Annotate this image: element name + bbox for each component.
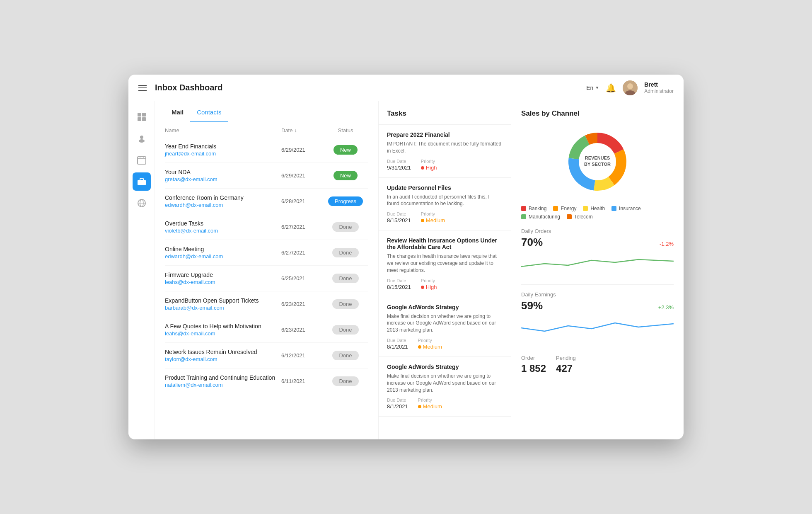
sidebar-item-briefcase[interactable]: [133, 172, 151, 191]
task-item[interactable]: Google AdWords Strategy Make final decis…: [379, 357, 511, 417]
daily-orders-value: 70%: [521, 236, 543, 249]
mail-subject: Network Issues Remain Unresolved: [165, 349, 281, 355]
status-badge: Done: [332, 325, 358, 335]
sidebar-item-dashboard[interactable]: [133, 108, 151, 126]
language-selector[interactable]: En ▼: [586, 85, 599, 91]
mail-email[interactable]: barbarab@dx-email.com: [165, 305, 281, 311]
legend-label: Energy: [561, 206, 576, 211]
daily-orders-label: Daily Orders: [521, 228, 674, 234]
user-info: Brett Administrator: [644, 81, 674, 94]
mail-date: 6/25/2021: [281, 275, 323, 281]
mail-email[interactable]: nataliem@dx-email.com: [165, 382, 281, 388]
mail-subject: A Few Quotes to Help with Motivation: [165, 323, 281, 330]
mail-row[interactable]: Year End Financials jheart@dx-email.com …: [165, 137, 368, 163]
mail-email[interactable]: edwardh@dx-email.com: [165, 202, 281, 208]
table-header: Name Date ↓ Status: [165, 122, 368, 137]
legend-dot-icon: [583, 206, 588, 211]
task-item[interactable]: Prepare 2022 Financial IMPORTANT: The do…: [379, 125, 511, 178]
mail-rows-container: Year End Financials jheart@dx-email.com …: [165, 137, 368, 394]
mail-status: Done: [323, 274, 368, 283]
svg-rect-6: [142, 117, 146, 121]
col-date-header[interactable]: Date ↓: [281, 127, 323, 133]
pending-label: Pending: [556, 355, 576, 361]
svg-rect-3: [138, 113, 141, 116]
task-item[interactable]: Google AdWords Strategy Make final decis…: [379, 297, 511, 357]
task-due-date: Due Date 8/15/2021: [387, 211, 411, 223]
mail-row[interactable]: Product Training and Continuing Educatio…: [165, 369, 368, 394]
mail-subject: Conference Room in Germany: [165, 194, 281, 201]
mail-date: 6/12/2021: [281, 352, 323, 359]
task-item[interactable]: Review Health Insurance Options Under th…: [379, 230, 511, 297]
sidebar-item-calendar[interactable]: [133, 151, 151, 169]
mail-status: Done: [323, 222, 368, 232]
order-label: Order: [521, 355, 546, 361]
svg-rect-5: [138, 117, 141, 121]
menu-icon[interactable]: [138, 85, 147, 91]
mail-status: Done: [323, 299, 368, 309]
mail-row-info: Firmware Upgrade leahs@dx-email.com: [165, 272, 281, 285]
mail-row-info: ExpandButton Open Support Tickets barbar…: [165, 297, 281, 311]
mail-row-info: A Few Quotes to Help with Motivation lea…: [165, 323, 281, 337]
mail-row[interactable]: ExpandButton Open Support Tickets barbar…: [165, 291, 368, 317]
mail-row[interactable]: Network Issues Remain Unresolved taylorr…: [165, 343, 368, 369]
task-title: Review Health Insurance Options Under th…: [387, 237, 503, 250]
daily-orders-chart: [521, 252, 674, 273]
bottom-metrics: Order 1 852 Pending 427: [521, 355, 674, 374]
user-role: Administrator: [644, 88, 674, 94]
sidebar-item-contacts[interactable]: [133, 129, 151, 148]
sidebar-item-globe[interactable]: [133, 194, 151, 212]
task-meta: Due Date 8/1/2021 Priority Medium: [387, 398, 503, 410]
header: Inbox Dashboard En ▼ 🔔 Brett Administrat…: [128, 75, 684, 101]
status-badge: Done: [332, 222, 358, 232]
mail-subject: Product Training and Continuing Educatio…: [165, 374, 281, 381]
notification-bell-icon[interactable]: 🔔: [606, 83, 616, 93]
task-meta: Due Date 8/15/2021 Priority High: [387, 278, 503, 290]
sidebar: [128, 101, 155, 439]
legend-label: Manufacturing: [529, 214, 560, 220]
mail-row[interactable]: Your NDA gretas@dx-email.com 6/29/2021 N…: [165, 163, 368, 189]
legend-item-banking: Banking: [521, 206, 546, 211]
tab-mail[interactable]: Mail: [165, 101, 190, 122]
mail-date: 6/23/2021: [281, 327, 323, 333]
mail-row-info: Overdue Tasks violetb@dx-email.com: [165, 220, 281, 234]
mail-email[interactable]: edwardh@dx-email.com: [165, 253, 281, 259]
priority-dot-icon: [421, 219, 424, 222]
mail-row[interactable]: Online Meeting edwardh@dx-email.com 6/27…: [165, 240, 368, 266]
mail-date: 6/29/2021: [281, 172, 323, 179]
mail-row[interactable]: Firmware Upgrade leahs@dx-email.com 6/25…: [165, 266, 368, 291]
mail-email[interactable]: violetb@dx-email.com: [165, 228, 281, 234]
mail-subject: Online Meeting: [165, 246, 281, 252]
task-item[interactable]: Update Personnel Files In an audit I con…: [379, 178, 511, 231]
mail-row[interactable]: Conference Room in Germany edwardh@dx-em…: [165, 189, 368, 214]
task-priority: Priority Medium: [421, 211, 445, 223]
mail-email[interactable]: jheart@dx-email.com: [165, 150, 281, 157]
mail-row-info: Network Issues Remain Unresolved taylorr…: [165, 349, 281, 362]
task-priority: Priority Medium: [418, 338, 442, 350]
mail-date: 6/11/2021: [281, 378, 323, 384]
order-value: 1 852: [521, 363, 546, 374]
user-name: Brett: [644, 81, 674, 88]
status-badge: Done: [332, 376, 358, 386]
mail-status: New: [323, 171, 368, 180]
mail-status: Done: [323, 376, 368, 386]
legend-label: Telecom: [574, 214, 593, 220]
mail-panel: Mail Contacts Name Date ↓ Status Year En…: [155, 101, 379, 439]
legend-label: Banking: [529, 206, 546, 211]
mail-email[interactable]: gretas@dx-email.com: [165, 176, 281, 182]
tab-contacts[interactable]: Contacts: [190, 101, 228, 122]
mail-row[interactable]: Overdue Tasks violetb@dx-email.com 6/27/…: [165, 214, 368, 240]
mail-email[interactable]: leahs@dx-email.com: [165, 279, 281, 285]
content-area: Mail Contacts Name Date ↓ Status Year En…: [155, 101, 684, 439]
mail-email[interactable]: taylorr@dx-email.com: [165, 356, 281, 362]
mail-subject: Overdue Tasks: [165, 220, 281, 227]
daily-orders-card: Daily Orders 70% -1.2%: [521, 228, 674, 285]
daily-earnings-row: 59% +2.3%: [521, 299, 674, 312]
mail-subject: ExpandButton Open Support Tickets: [165, 297, 281, 304]
mail-subject: Firmware Upgrade: [165, 272, 281, 278]
mail-status: Done: [323, 351, 368, 360]
sort-arrow-icon: ↓: [294, 128, 297, 133]
mail-email[interactable]: leahs@dx-email.com: [165, 330, 281, 337]
task-title: Google AdWords Strategy: [387, 364, 503, 370]
legend-item-telecom: Telecom: [567, 214, 593, 220]
mail-row[interactable]: A Few Quotes to Help with Motivation lea…: [165, 317, 368, 343]
